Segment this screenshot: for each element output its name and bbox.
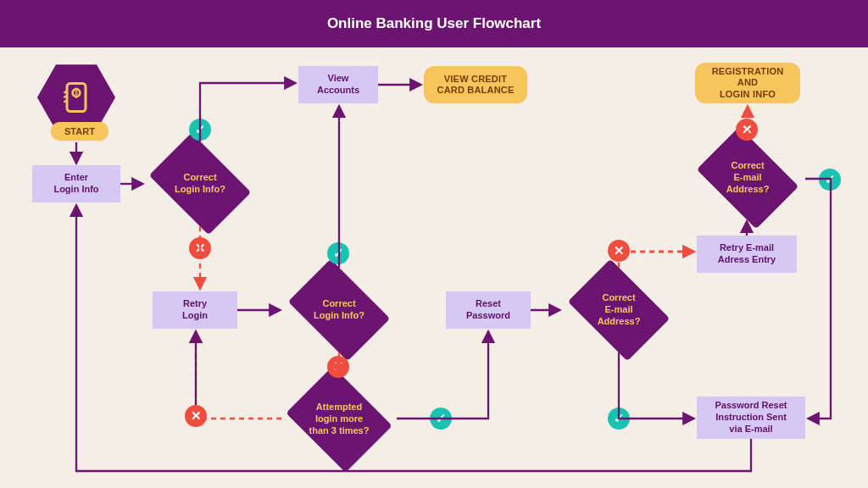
- x-icon: ✕: [189, 237, 211, 259]
- proc-reset-password: ResetPassword: [446, 291, 531, 329]
- x-icon: ✕: [736, 119, 758, 141]
- page-title: Online Banking User Flowchart: [0, 0, 868, 47]
- start-terminal: START: [51, 122, 108, 141]
- proc-retry-email: Retry E-mailAdress Entry: [697, 236, 797, 273]
- term-view-credit: VIEW CREDITCARD BALANCE: [424, 66, 527, 103]
- dec-correct-login-2: CorrectLogin Info?: [280, 268, 398, 352]
- check-icon: ✓: [189, 119, 211, 141]
- dec-correct-email-2: CorrectE-mailAddress?: [688, 136, 807, 220]
- dec-attempt-3: Attemptedlogin morethan 3 times?: [280, 373, 398, 466]
- check-icon: ✓: [608, 408, 630, 430]
- proc-enter-login: EnterLogin Info: [32, 165, 120, 202]
- x-icon: ✕: [608, 240, 630, 262]
- proc-view-accounts: ViewAccounts: [298, 66, 378, 103]
- term-reg-login: REGISTRATIONANDLOGIN INFO: [695, 63, 800, 103]
- check-icon: ✓: [819, 169, 841, 191]
- x-icon: ✕: [185, 405, 207, 427]
- proc-pw-reset-sent: Password ResetInstruction Sentvia E-mail: [697, 396, 805, 439]
- proc-retry-login: RetryLogin: [153, 291, 237, 329]
- svg-text:$: $: [75, 90, 78, 97]
- dec-correct-login-1: CorrectLogin Info?: [141, 141, 259, 226]
- x-icon: ✕: [327, 356, 349, 378]
- check-icon: ✓: [430, 408, 452, 430]
- check-icon: ✓: [327, 242, 349, 264]
- dec-correct-email-1: CorrectE-mailAddress?: [559, 268, 678, 352]
